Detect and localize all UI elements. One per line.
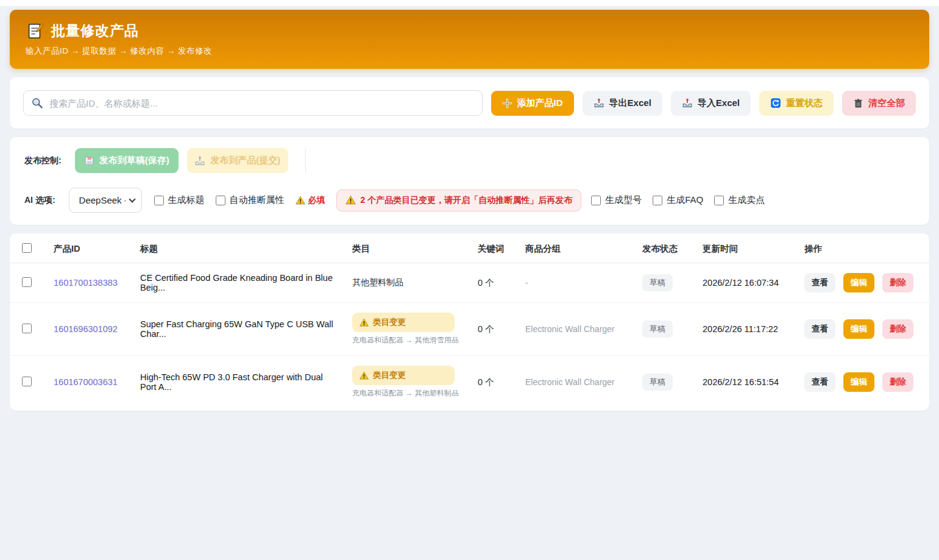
export-excel-button[interactable]: 导出Excel [583,91,662,116]
keywords-count: 0 个 [463,303,512,356]
product-group: Electronic Wall Charger [512,356,628,409]
updated-time: 2026/2/26 11:17:22 [689,303,786,356]
ai-options-row: AI 选项: DeepSeek - 生成标题 自动推断属性 [24,188,915,213]
import-icon [682,97,693,108]
row-checkbox[interactable] [22,377,32,386]
generate-title-checkbox-input[interactable] [154,196,164,205]
category-change-alert-text: 2 个产品类目已变更，请开启「自动推断属性」后再发布 [361,195,573,206]
delete-button[interactable]: 删除 [882,319,913,339]
generate-model-label: 生成型号 [605,194,642,206]
auto-infer-attrs-checkbox[interactable]: 自动推断属性 [216,194,285,206]
required-label: 必填 [308,195,325,206]
generate-faq-checkbox-input[interactable] [653,196,662,205]
ai-model-select[interactable]: DeepSeek - [69,188,142,213]
plus-icon [502,98,512,108]
category-change-alert: 2 个产品类目已变更，请开启「自动推断属性」后再发布 [336,190,582,211]
row-checkbox[interactable] [22,277,32,287]
generate-selling-points-label: 生成卖点 [728,194,765,206]
add-product-id-button[interactable]: 添加产品ID [491,91,574,116]
save-icon [84,155,94,166]
category-change-badge-label: 类目变更 [373,370,406,381]
trash-icon [853,98,863,108]
product-group: - [512,263,628,303]
divider [305,149,306,173]
generate-selling-points-checkbox[interactable]: 生成卖点 [714,194,765,206]
warning-icon [360,371,369,380]
reset-status-button[interactable]: 重置状态 [759,91,834,116]
status-badge: 草稿 [642,374,673,391]
header-group: 商品分组 [512,235,628,263]
export-excel-label: 导出Excel [609,97,651,109]
generate-title-checkbox[interactable]: 生成标题 [154,194,205,206]
auto-infer-attrs-checkbox-input[interactable] [216,196,225,205]
generate-model-checkbox-input[interactable] [591,196,601,205]
warning-icon [360,318,369,327]
memo-icon [26,22,44,40]
updated-time: 2026/2/12 16:07:34 [689,263,786,303]
table-row: 1601700138383 CE Certified Food Grade Kn… [10,263,929,303]
edit-button[interactable]: 编辑 [843,319,874,339]
product-id-link[interactable]: 1601670003631 [54,377,118,387]
table-row: 1601696301092 Super Fast Charging 65W Ga… [10,303,929,356]
page-header-banner: 批量修改产品 输入产品ID → 提取数据 → 修改内容 → 发布修改 [10,10,929,69]
page-subtitle: 输入产品ID → 提取数据 → 修改内容 → 发布修改 [26,46,913,57]
header-actions: 操作 [786,235,929,263]
ai-model-select-wrap: DeepSeek - [69,188,142,213]
export-icon [594,97,604,108]
products-table: 产品ID 标题 类目 关键词 商品分组 发布状态 更新时间 操作 1601700… [10,235,929,408]
generate-title-label: 生成标题 [168,194,205,206]
warning-icon [345,195,356,205]
publish-product-button[interactable]: 发布到产品(提交) [187,148,288,173]
auto-infer-attrs-label: 自动推断属性 [230,194,285,206]
table-header-row: 产品ID 标题 类目 关键词 商品分组 发布状态 更新时间 操作 [10,235,929,263]
product-title: Super Fast Charging 65W GaN Type C USB W… [128,303,341,356]
edit-button[interactable]: 编辑 [843,372,874,392]
import-excel-button[interactable]: 导入Excel [671,91,751,116]
generate-faq-label: 生成FAQ [667,194,703,206]
view-button[interactable]: 查看 [804,372,835,392]
required-flag: 必填 [296,195,325,206]
row-checkbox[interactable] [22,324,32,333]
edit-button[interactable]: 编辑 [843,273,874,292]
category-change-badge: 类目变更 [352,313,455,332]
generate-selling-points-checkbox-input[interactable] [714,196,724,205]
search-box [23,90,483,116]
header-title: 标题 [128,235,341,263]
product-title: High-Tech 65W PD 3.0 Fast Charger with D… [128,356,341,409]
publish-controls-label: 发布控制: [24,155,62,166]
delete-button[interactable]: 删除 [882,273,913,292]
publish-draft-button[interactable]: 发布到草稿(保存) [75,148,179,173]
warning-icon [296,196,305,205]
clear-all-button[interactable]: 清空全部 [842,91,916,116]
generate-faq-checkbox[interactable]: 生成FAQ [653,194,703,206]
view-button[interactable]: 查看 [804,319,835,339]
import-excel-label: 导入Excel [698,97,740,109]
table-row: 1601670003631 High-Tech 65W PD 3.0 Fast … [10,356,929,409]
delete-button[interactable]: 删除 [882,372,913,392]
header-status: 发布状态 [628,235,689,263]
publish-product-label: 发布到产品(提交) [210,155,280,166]
status-badge: 草稿 [642,274,673,291]
ai-options-label: AI 选项: [24,195,55,206]
keywords-count: 0 个 [463,356,512,409]
publish-draft-label: 发布到草稿(保存) [99,155,169,166]
header-product-id: 产品ID [41,235,128,263]
products-table-card: 产品ID 标题 类目 关键词 商品分组 发布状态 更新时间 操作 1601700… [10,233,929,411]
header-keywords: 关键词 [463,235,512,263]
search-input[interactable] [23,90,483,116]
view-button[interactable]: 查看 [804,273,835,292]
reset-status-label: 重置状态 [786,97,823,109]
upload-icon [194,155,205,166]
product-id-link[interactable]: 1601700138383 [54,278,118,288]
select-all-checkbox[interactable] [22,243,32,253]
product-id-link[interactable]: 1601696301092 [54,324,118,334]
category-change-badge: 类目变更 [352,366,455,385]
product-group: Electronic Wall Charger [512,303,628,356]
category-text: 其他塑料制品 [352,277,403,287]
header-updated: 更新时间 [689,235,786,263]
category-change-path: 充电器和适配器 → 其他滑雪用品 [352,335,459,346]
keywords-count: 0 个 [463,263,512,303]
publish-controls-row: 发布控制: 发布到草稿(保存) [24,148,915,173]
generate-model-checkbox[interactable]: 生成型号 [591,194,642,206]
page: 批量修改产品 输入产品ID → 提取数据 → 修改内容 → 发布修改 添加产品I… [0,6,939,411]
